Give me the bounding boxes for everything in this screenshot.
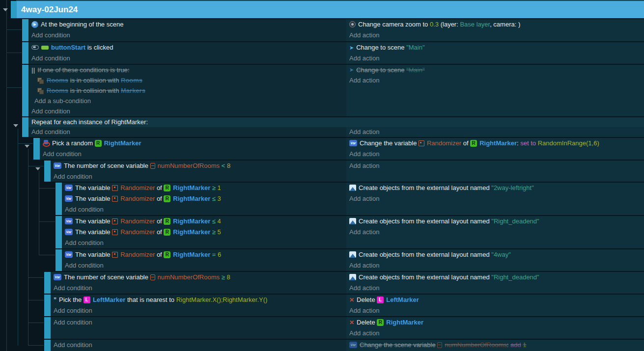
- add-condition-link[interactable]: Add condition: [28, 106, 346, 116]
- add-condition-link[interactable]: Add condition: [62, 238, 346, 248]
- event-bar[interactable]: [44, 295, 51, 316]
- condition-row[interactable]: Pick a random RRightMarker: [40, 138, 346, 149]
- add-condition-link[interactable]: Add condition: [40, 149, 346, 160]
- event-bar[interactable]: [22, 117, 28, 137]
- actions-pane: Create objects from the external layout …: [346, 183, 644, 215]
- add-condition-link[interactable]: Add condition: [51, 317, 346, 328]
- variable-icon: Var: [65, 251, 73, 258]
- conditions-pane: VarThe number of scene variable numNumbe…: [51, 272, 346, 294]
- action-text: Create objects from the external layout …: [359, 273, 490, 281]
- event-change-scene-var-disabled: Add condition VarChange the scene variab…: [0, 340, 644, 351]
- condition-row[interactable]: buttonStart is clicked: [28, 42, 346, 53]
- add-condition-label: Add condition: [31, 128, 70, 135]
- condition-text: is in collision with: [70, 87, 119, 94]
- add-condition-link[interactable]: Add condition: [62, 204, 346, 215]
- add-action-link[interactable]: Add action: [346, 227, 644, 238]
- add-action-link[interactable]: Add action: [346, 328, 644, 339]
- action-row[interactable]: ➤Change to scene "Main": [346, 65, 644, 75]
- condition-row[interactable]: ”Pick the LLeftMarker that is nearest to…: [51, 295, 346, 305]
- add-action-link[interactable]: Add action: [346, 193, 644, 204]
- event-bar[interactable]: [44, 272, 51, 294]
- add-sub-condition-link[interactable]: Add a sub-condition: [28, 96, 346, 106]
- condition-row[interactable]: ▶At the beginning of the scene: [28, 19, 346, 30]
- add-condition-label: Add condition: [65, 262, 104, 269]
- add-condition-link[interactable]: Add condition: [51, 171, 346, 182]
- condition-row[interactable]: VarThe variable Randomizer of RRightMark…: [62, 227, 346, 238]
- add-action-link[interactable]: Add action: [346, 53, 644, 64]
- action-row[interactable]: VarChange the variable Randomizer of RRi…: [346, 138, 644, 149]
- condition-text: The variable: [75, 251, 111, 258]
- event-bar[interactable]: [22, 42, 28, 64]
- condition-row[interactable]: ||If one of these conditions is true:: [28, 65, 346, 75]
- event-bar[interactable]: [56, 216, 62, 248]
- variable-name: numNumberOfRooms: [445, 341, 506, 349]
- add-action-link[interactable]: Add action: [346, 127, 644, 137]
- add-condition-label: Add condition: [65, 239, 104, 246]
- action-row[interactable]: Create objects from the external layout …: [346, 183, 644, 193]
- layout-name: "4way": [491, 251, 511, 258]
- add-action-link[interactable]: Add action: [346, 283, 644, 294]
- randomizer-variable-icon: [112, 252, 118, 258]
- add-condition-link[interactable]: Add condition: [28, 127, 346, 137]
- scene-name: "Main": [406, 66, 424, 74]
- event-rooms-ge: VarThe number of scene variable numNumbe…: [0, 272, 644, 294]
- sub-condition-row[interactable]: Rooms is in collision with Markers: [28, 85, 346, 96]
- object-name: LeftMarker: [93, 296, 125, 303]
- group-selection-bar[interactable]: [11, 1, 17, 18]
- action-row[interactable]: Change camera zoom to 0.3 (layer: Base l…: [346, 19, 644, 30]
- condition-row[interactable]: VarThe variable Randomizer of RRightMark…: [62, 216, 346, 227]
- condition-text: of: [157, 217, 162, 225]
- action-row[interactable]: ✕Delete RRightMarker: [346, 317, 644, 328]
- action-row[interactable]: Create objects from the external layout …: [346, 272, 644, 283]
- event-bar[interactable]: [44, 340, 51, 351]
- action-text: , camera: ): [490, 21, 520, 28]
- add-condition-link[interactable]: Add condition: [51, 305, 346, 316]
- add-action-link[interactable]: Add action: [346, 161, 644, 171]
- event-bar[interactable]: [56, 183, 62, 215]
- condition-row[interactable]: VarThe number of scene variable numNumbe…: [51, 161, 346, 171]
- event-bar[interactable]: [33, 138, 40, 160]
- add-condition-link[interactable]: Add condition: [28, 30, 346, 41]
- add-condition-link[interactable]: Add condition: [51, 340, 346, 351]
- add-condition-link[interactable]: Add condition: [51, 283, 346, 294]
- condition-row[interactable]: VarThe variable Randomizer of RRightMark…: [62, 183, 346, 193]
- condition-text: The number of scene variable: [64, 273, 148, 281]
- group-header[interactable]: 4way-02Jun24: [17, 1, 644, 18]
- actions-pane: ✕Delete RRightMarker Add action: [346, 317, 644, 339]
- add-condition-link[interactable]: Add condition: [62, 260, 346, 271]
- action-row[interactable]: ➤Change to scene "Main": [346, 42, 644, 53]
- add-action-link[interactable]: Add action: [346, 75, 644, 85]
- action-row[interactable]: Create objects from the external layout …: [346, 249, 644, 260]
- sub-condition-row[interactable]: Rooms is in collision with Rooms: [28, 75, 346, 85]
- event-bar[interactable]: [44, 317, 51, 339]
- condition-row[interactable]: VarThe variable Randomizer of RRightMark…: [62, 193, 346, 204]
- value: 8: [227, 162, 230, 169]
- conditions-pane: VarThe variable Randomizer of RRightMark…: [62, 183, 346, 215]
- delete-icon: ✕: [349, 317, 354, 328]
- add-action-link[interactable]: Add action: [346, 305, 644, 316]
- event-bar[interactable]: [44, 161, 51, 182]
- action-text: Delete: [357, 296, 375, 303]
- action-row[interactable]: Create objects from the external layout …: [346, 216, 644, 227]
- condition-row[interactable]: VarThe number of scene variable numNumbe…: [51, 272, 346, 283]
- event-bar[interactable]: [56, 249, 62, 271]
- add-action-link[interactable]: Add action: [346, 30, 644, 41]
- add-action-link[interactable]: Add action: [346, 260, 644, 271]
- add-condition-link[interactable]: Add condition: [28, 53, 346, 64]
- action-row[interactable]: ✕Delete LLeftMarker: [346, 295, 644, 305]
- add-condition-label: Add condition: [31, 31, 70, 39]
- action-row[interactable]: VarChange the scene variable numNumberOf…: [346, 340, 644, 351]
- object-name: Rooms: [121, 77, 142, 84]
- event-sheet: 4way-02Jun24 ▶At the beginning of the sc…: [0, 0, 644, 351]
- add-action-link[interactable]: Add action: [346, 149, 644, 160]
- event-bar[interactable]: [22, 65, 28, 116]
- collapse-arrow[interactable]: [3, 8, 8, 11]
- object-name: buttonStart: [51, 44, 85, 51]
- variable-icon: Var: [54, 274, 61, 280]
- event-rand-1-3: VarThe variable Randomizer of RRightMark…: [0, 183, 644, 215]
- event-rooms-lt: VarThe number of scene variable numNumbe…: [0, 161, 644, 182]
- add-condition-label: Add condition: [31, 108, 70, 115]
- repeat-header[interactable]: Repeat for each instance of RightMarker:: [28, 117, 644, 127]
- event-bar[interactable]: [22, 19, 28, 41]
- condition-row[interactable]: VarThe variable Randomizer of RRightMark…: [62, 249, 346, 260]
